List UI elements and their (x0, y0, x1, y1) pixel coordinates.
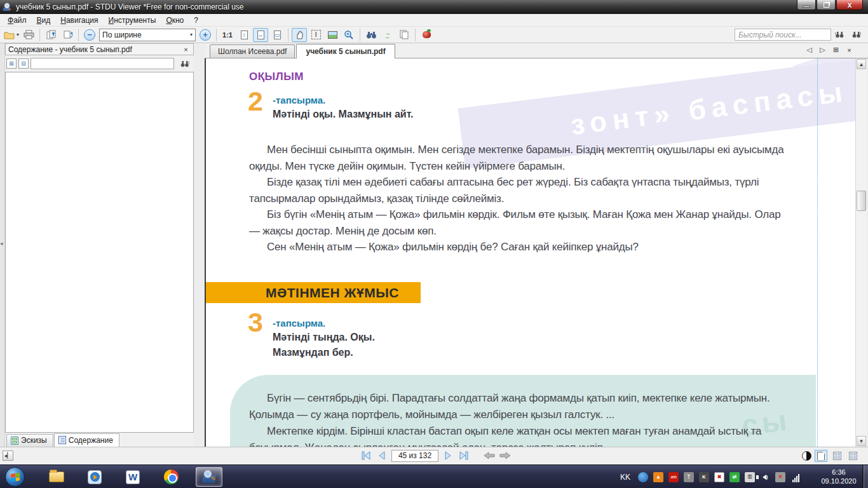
sync-green-icon[interactable]: ⇄ (729, 472, 740, 482)
open-file-button[interactable]: ▾ (3, 28, 20, 42)
power-plug-icon[interactable]: ⚿ (745, 472, 755, 482)
menu-view[interactable]: Вид (32, 15, 56, 26)
network-blue-icon[interactable] (638, 472, 648, 482)
minimize-button[interactable] (797, 0, 816, 10)
collapse-panel-button[interactable]: ◂▏ (3, 451, 13, 461)
contents-tree[interactable] (5, 72, 194, 433)
start-button[interactable] (5, 467, 25, 487)
next-page-button[interactable] (442, 449, 454, 462)
first-page-button[interactable] (360, 449, 372, 462)
collapse-tree-icon[interactable]: ⊟ (18, 58, 29, 69)
fit-page-button[interactable]: ▭ (269, 28, 285, 42)
tab-thumbnails-label: Эскизы (21, 436, 47, 445)
spreadsheet-error-icon[interactable]: ✖ (714, 472, 724, 482)
print-button[interactable] (21, 28, 36, 42)
vertical-scrollbar[interactable]: ▲ ▼ (855, 58, 867, 447)
search-prev-button[interactable] (832, 28, 847, 42)
signal-bars-icon[interactable] (790, 472, 801, 482)
history-forward-button[interactable] (499, 449, 512, 462)
page-navigation (360, 449, 512, 462)
rotate-page-icon (62, 30, 73, 39)
zoom-mode-select[interactable]: По ширине ▾ (99, 29, 196, 41)
contents-search-button[interactable] (177, 57, 192, 71)
close-button[interactable]: x (836, 0, 863, 10)
menu-window[interactable]: Окно (161, 15, 189, 26)
page-indicator-input[interactable] (391, 450, 438, 462)
scrollbar-thumb[interactable] (857, 191, 866, 211)
zoom-region-button[interactable] (341, 28, 356, 42)
tab-scroll-left-icon[interactable]: ◁ (804, 45, 814, 55)
taskbar-word[interactable]: W (119, 467, 146, 487)
doc-tab-sholpan-label: Шолпан Исеева.pdf (218, 47, 287, 56)
taskbar-explorer[interactable] (43, 467, 70, 487)
last-page-button[interactable] (458, 449, 470, 462)
swap-pages-button[interactable]: →← (380, 28, 395, 42)
contents-panel-toolbar: ⊞ ⊟ (5, 57, 194, 71)
volume-icon[interactable]: ) (760, 472, 770, 482)
taskbar-clock[interactable]: 6:36 09.10.2020 (816, 468, 862, 485)
previous-page-button[interactable] (376, 449, 388, 462)
tab-list-icon[interactable]: ⊞ (831, 45, 841, 55)
doc-tab-uchebnik[interactable]: учебник 5 сынып.pdf (296, 44, 395, 58)
split-view-alt-button[interactable] (846, 450, 859, 462)
antenna-icon[interactable]: ᛉ (684, 472, 694, 482)
hand-tool-button[interactable] (292, 28, 307, 42)
network-status-icon[interactable]: ✕ (775, 472, 785, 482)
text-select-button[interactable]: I (308, 28, 323, 42)
menu-tools[interactable]: Инструменты (104, 15, 161, 26)
box-paragraph: Мектепке кірдім. Бірінші кластан бастап … (249, 423, 797, 447)
menu-navigation[interactable]: Навигация (55, 15, 103, 26)
taskbar-chrome[interactable] (158, 467, 184, 487)
search-button[interactable] (363, 28, 379, 42)
status-navbar: ◂▏ (0, 447, 868, 464)
tab-close-icon[interactable]: × (844, 45, 854, 55)
burn-tool-icon[interactable]: ▲ (653, 472, 663, 482)
fit-width-button[interactable]: ↔ (253, 28, 268, 42)
kaspersky-icon[interactable]: K (699, 472, 709, 482)
minimize-icon (803, 6, 810, 8)
split-view-button[interactable] (831, 450, 843, 462)
history-back-button[interactable] (483, 449, 496, 462)
image-select-button[interactable] (325, 28, 340, 42)
actual-size-icon: 1:1 (222, 31, 233, 39)
taskbar-stdu-viewer[interactable] (196, 467, 222, 487)
zoom-out-button[interactable]: − (82, 28, 97, 42)
tabstrip-controls: ◁ ▷ ⊞ × (804, 45, 854, 55)
rotate-page-button[interactable] (60, 28, 75, 42)
menu-help[interactable]: ? (189, 15, 203, 26)
windows-logo-icon (11, 473, 20, 481)
tab-contents[interactable]: Содержание (54, 433, 119, 447)
toolbar-separator (288, 29, 288, 41)
ati-catalyst-icon[interactable]: ATI (668, 472, 679, 482)
brightness-icon[interactable] (802, 451, 811, 461)
export-page-button[interactable] (43, 28, 58, 42)
tab-scroll-right-icon[interactable]: ▷ (818, 45, 827, 55)
doc-tab-sholpan[interactable]: Шолпан Исеева.pdf (210, 44, 295, 58)
show-desktop-button[interactable] (862, 465, 868, 488)
left-collapse-strip[interactable]: ◂ (0, 43, 5, 447)
zoom-in-button[interactable]: + (198, 28, 213, 42)
expand-tree-icon[interactable]: ⊞ (6, 58, 17, 69)
taskbar-media-player[interactable] (81, 467, 108, 487)
menu-file[interactable]: Файл (3, 15, 32, 26)
fit-height-button[interactable]: ↕ (236, 28, 252, 42)
tab-thumbnails[interactable]: Эскизы (6, 434, 53, 447)
copy-pages-button[interactable] (397, 28, 412, 42)
panel-splitter[interactable] (194, 43, 205, 447)
contents-search-input[interactable] (31, 58, 174, 69)
paragraph: Бізде қазақ тілі мен әдебиеті сабағы апт… (249, 174, 788, 207)
language-indicator[interactable]: KK (618, 473, 633, 482)
quick-search-input[interactable] (735, 29, 831, 41)
search-next-button[interactable] (848, 28, 864, 42)
single-page-view-button[interactable] (815, 450, 827, 462)
stdu-extra-tool-button[interactable] (419, 28, 434, 42)
collapse-arrow-icon: ◂ (0, 240, 3, 247)
scroll-down-button[interactable]: ▼ (857, 436, 866, 446)
scroll-up-button[interactable]: ▲ (857, 59, 866, 69)
panel-close-icon[interactable]: × (181, 44, 191, 54)
restore-button[interactable] (817, 0, 836, 10)
actual-size-button[interactable]: 1:1 (220, 28, 235, 42)
copy-icon (399, 30, 409, 39)
tab-contents-label: Содержание (69, 436, 113, 445)
document-page[interactable]: зонт» баспасы ОҚЫЛЫМ 2 -тапсырма. Мәтінд… (205, 58, 855, 447)
